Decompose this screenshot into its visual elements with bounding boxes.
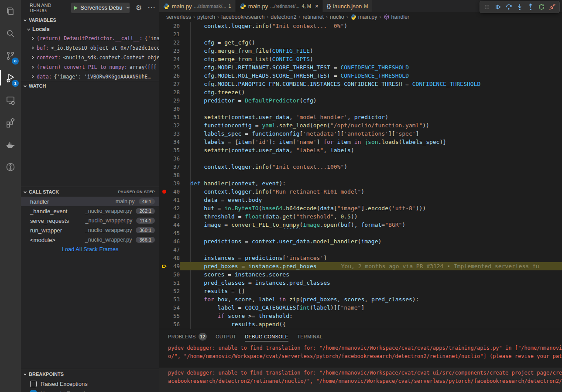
- code-line-51[interactable]: 51 pred_classes = instances.pred_classes: [159, 279, 562, 287]
- breadcrumb-item-retinanet[interactable]: retinanet: [302, 14, 324, 20]
- variable-row[interactable]: buf:<_io.BytesIO object at 0x7f5a2dc1ecc…: [21, 43, 159, 53]
- code-line-31[interactable]: 31 setattr(context.user_data, 'model_han…: [159, 113, 562, 121]
- breadcrumb-item-detectron2[interactable]: detectron2: [271, 14, 296, 20]
- code-line-27[interactable]: 27 cfg.MODEL.PANOPTIC_FPN.COMBINE.INSTAN…: [159, 80, 562, 88]
- breadcrumb-item-handler[interactable]: handler: [384, 14, 410, 20]
- editor-tab-launch.json[interactable]: {}launch.jsonM: [323, 0, 372, 12]
- code-line-49[interactable]: 49 pred_boxes = instances.pred_boxesYou,…: [159, 262, 562, 270]
- load-all-stack-frames-link[interactable]: Load All Stack Frames: [21, 245, 159, 254]
- code-line-47[interactable]: 47: [159, 245, 562, 254]
- code-line-48[interactable]: 48 instances = predictions['instances']: [159, 254, 562, 262]
- code-line-25[interactable]: 25 cfg.MODEL.RETINANET.SCORE_THRESH_TEST…: [159, 63, 562, 72]
- editor-tab-main.py[interactable]: main.py.../siammask/...1: [159, 0, 235, 12]
- code-text: cfg = get_cfg(): [180, 38, 562, 47]
- variable-row[interactable]: (return) DefaultPredictor.__call__:{'ins…: [21, 34, 159, 43]
- code-line-36[interactable]: 36: [159, 154, 562, 163]
- code-line-33[interactable]: 33 labels_spec = functionconfig['metadat…: [159, 130, 562, 138]
- code-line-44[interactable]: 44 image = convert_PIL_to_numpy(Image.op…: [159, 221, 562, 229]
- code-line-40[interactable]: 40 context.logger.info("Run retinanet-R1…: [159, 187, 562, 196]
- code-text: scores = instances.scores: [180, 270, 562, 279]
- code-line-50[interactable]: 50 scores = instances.scores: [159, 270, 562, 279]
- gripper-button[interactable]: [482, 2, 492, 12]
- activity-item-source-control[interactable]: 8: [0, 44, 21, 67]
- step-out-button[interactable]: [526, 2, 535, 12]
- code-text: predictions = context.user_data.model_ha…: [180, 237, 562, 245]
- code-line-22[interactable]: 22 cfg = get_cfg(): [159, 38, 562, 47]
- activity-item-extensions[interactable]: [0, 111, 21, 133]
- variable-row[interactable]: (return) convert_PIL_to_numpy:array([[[ …: [21, 62, 159, 72]
- step-over-button[interactable]: [504, 2, 514, 12]
- disconnect-button[interactable]: [548, 2, 557, 12]
- stack-frame-row[interactable]: _handle_event_nuclio_wrapper.py262:1: [21, 206, 159, 216]
- breakpoint-row[interactable]: Raised Exceptions: [21, 379, 159, 389]
- breadcrumb-item-main.py[interactable]: main.py: [350, 14, 377, 20]
- panel-tab-debug-console[interactable]: DEBUG CONSOLE: [240, 329, 293, 344]
- restart-button[interactable]: [537, 2, 546, 12]
- code-editor[interactable]: 20 context.logger.info("Init context... …: [159, 22, 562, 329]
- panel-tab-output[interactable]: OUTPUT: [211, 329, 240, 344]
- activity-item-search[interactable]: [0, 22, 21, 44]
- gear-icon[interactable]: ⚙: [136, 4, 142, 11]
- breadcrumb-label: detectron2: [271, 14, 296, 20]
- code-line-41[interactable]: 41 data = event.body: [159, 196, 562, 204]
- stack-frame-row[interactable]: run_wrapper_nuclio_wrapper.py360:1: [21, 225, 159, 235]
- code-line-56[interactable]: 56 results.append({: [159, 320, 562, 328]
- editor-tab-main.py[interactable]: main.py.../retinanet/...4, M×: [236, 0, 322, 12]
- launch-config-dropdown[interactable]: ▶ Serverless Debu: [71, 3, 130, 13]
- stack-frame-row[interactable]: handlermain.py49:1: [21, 197, 159, 206]
- code-line-26[interactable]: 26 cfg.MODEL.ROI_HEADS.SCORE_THRESH_TEST…: [159, 72, 562, 80]
- panel-tab-terminal[interactable]: TERMINAL: [293, 329, 327, 344]
- code-line-38[interactable]: 38: [159, 171, 562, 179]
- code-line-30[interactable]: 30: [159, 105, 562, 113]
- code-line-46[interactable]: 46 predictions = context.user_data.model…: [159, 237, 562, 245]
- activity-item-files[interactable]: [0, 0, 21, 22]
- close-icon[interactable]: ×: [315, 3, 319, 9]
- code-line-43[interactable]: 43 threshold = float(data.get("threshold…: [159, 212, 562, 221]
- code-line-23[interactable]: 23 cfg.merge_from_file(CONFIG_FILE): [159, 47, 562, 55]
- checkbox[interactable]: ✓: [30, 390, 37, 392]
- more-actions-icon[interactable]: ···: [148, 4, 156, 11]
- code-line-34[interactable]: 34 labels = {item['id']: item['name'] fo…: [159, 138, 562, 146]
- activity-item-remote-explorer[interactable]: [0, 89, 21, 111]
- activity-item-run-and-debug[interactable]: 1: [0, 67, 21, 89]
- breakpoint-row[interactable]: ✓Uncaught Exceptions: [21, 389, 159, 392]
- code-line-45[interactable]: 45: [159, 229, 562, 237]
- variables-section-header[interactable]: VARIABLES: [21, 15, 159, 25]
- watch-section-header[interactable]: WATCH: [21, 81, 159, 91]
- variable-row[interactable]: data:{'image': 'iVBORw0KGgoAAAANSUhE…: [21, 72, 159, 81]
- code-line-32[interactable]: 32 functionconfig = yaml.safe_load(open(…: [159, 121, 562, 130]
- panel-tab-problems[interactable]: PROBLEMS12: [164, 329, 211, 344]
- code-line-53[interactable]: 53 for box, score, label in zip(pred_box…: [159, 295, 562, 303]
- code-line-29[interactable]: 29 predictor = DefaultPredictor(cfg): [159, 96, 562, 105]
- code-line-54[interactable]: 54 label = COCO_CATEGORIES[int(label)]["…: [159, 303, 562, 312]
- activity-item-gitlens[interactable]: [0, 156, 21, 178]
- call-stack-section-header[interactable]: CALL STACK PAUSED ON STEP: [21, 187, 159, 197]
- breadcrumb-item-pytorch[interactable]: pytorch: [197, 14, 215, 20]
- breadcrumb-item-nuclio[interactable]: nuclio: [330, 14, 344, 20]
- glyph-margin: [159, 47, 169, 55]
- activity-item-docker[interactable]: [0, 133, 21, 156]
- code-line-35[interactable]: 35 setattr(context.user_data, "labels", …: [159, 146, 562, 154]
- code-line-24[interactable]: 24 cfg.merge_from_list(CONFIG_OPTS): [159, 55, 562, 63]
- breakpoints-section-header[interactable]: BREAKPOINTS: [21, 369, 159, 379]
- breadcrumb-item-facebookresearch[interactable]: facebookresearch: [221, 14, 264, 20]
- code-line-39[interactable]: 39def handler(context, event):: [159, 179, 562, 187]
- variable-row[interactable]: context:<nuclio_sdk.context.Context obje…: [21, 53, 159, 62]
- step-into-button[interactable]: [515, 2, 524, 12]
- stack-frame-row[interactable]: <module>_nuclio_wrapper.py366:1: [21, 235, 159, 245]
- code-line-52[interactable]: 52 results = []: [159, 287, 562, 295]
- code-line-37[interactable]: 37 context.logger.info("Init context...1…: [159, 163, 562, 171]
- locals-scope-row[interactable]: Locals: [21, 25, 159, 34]
- stack-frame-row[interactable]: serve_requests_nuclio_wrapper.py114:1: [21, 216, 159, 225]
- bottom-panel: PROBLEMS12OUTPUTDEBUG CONSOLETERMINAL py…: [159, 329, 562, 392]
- continue-button[interactable]: [493, 2, 503, 12]
- breakpoint-dot[interactable]: [159, 187, 169, 196]
- breadcrumb-item-serverless[interactable]: serverless: [166, 14, 191, 20]
- code-line-21[interactable]: 21: [159, 30, 562, 38]
- code-line-28[interactable]: 28 cfg.freeze(): [159, 88, 562, 96]
- code-line-55[interactable]: 55 if score >= threshold:: [159, 312, 562, 320]
- start-debug-icon[interactable]: ▶: [74, 5, 78, 10]
- code-line-20[interactable]: 20 context.logger.info("Init context... …: [159, 22, 562, 30]
- checkbox[interactable]: [30, 381, 37, 387]
- code-line-42[interactable]: 42 buf = io.BytesIO(base64.b64decode(dat…: [159, 204, 562, 212]
